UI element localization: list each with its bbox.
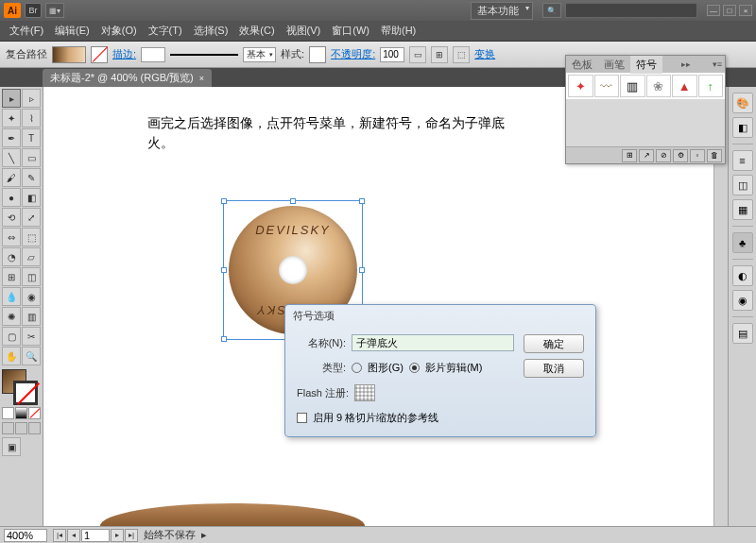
menu-object[interactable]: 对象(O) [95,24,143,38]
handle-tm[interactable] [290,198,296,204]
width-tool[interactable]: ⇔ [2,228,21,246]
draw-behind-btn[interactable] [15,422,27,434]
layout-button[interactable]: ▦▾ [45,3,64,18]
eraser-tool[interactable]: ◧ [22,188,41,207]
menu-window[interactable]: 窗口(W) [326,24,375,38]
workspace-dropdown[interactable]: 基本功能 [471,2,533,20]
symbol-item[interactable]: 〰 [594,75,620,97]
zoom-input[interactable] [4,529,47,542]
symbol-item[interactable]: ✦ [568,75,593,97]
tab-swatches[interactable]: 色板 [566,56,598,74]
transform-icon[interactable]: ⬚ [453,46,470,63]
symbols-empty-area[interactable] [566,99,725,146]
pencil-tool[interactable]: ✎ [22,168,41,187]
menu-select[interactable]: 选择(S) [188,24,234,38]
dock-color-guide-icon[interactable]: ◧ [732,117,753,138]
slice-checkbox[interactable] [297,413,307,423]
line-tool[interactable]: ╲ [2,148,21,167]
break-link-btn[interactable]: ⊘ [656,149,671,162]
draw-inside-btn[interactable] [28,422,41,434]
symbol-item[interactable]: ❀ [646,75,672,97]
fill-swatch[interactable] [52,46,86,63]
close-tab-icon[interactable]: × [199,74,204,83]
scale-tool[interactable]: ⤢ [22,208,41,227]
handle-tl[interactable] [221,198,227,204]
panel-collapse-icon[interactable]: ▸▸ [679,59,694,69]
prev-artboard-btn[interactable]: ◂ [67,529,80,542]
symbol-item[interactable]: ▥ [620,75,645,97]
symbol-sprayer-tool[interactable]: ✺ [2,307,21,326]
menu-file[interactable]: 文件(F) [4,24,49,38]
style-swatch[interactable] [309,46,326,63]
menu-edit[interactable]: 编辑(E) [49,24,95,38]
search-icon[interactable]: 🔍 [542,3,561,18]
selection-tool[interactable]: ▸ [2,89,21,108]
stroke-color[interactable] [13,381,38,405]
gradient-tool[interactable]: ◫ [22,267,41,286]
symbol-options-btn[interactable]: ⚙ [673,149,688,162]
menu-help[interactable]: 帮助(H) [375,24,421,38]
ok-button[interactable]: 确定 [524,334,584,353]
radio-graphic[interactable] [352,363,362,373]
dock-transparency-icon[interactable]: ▦ [732,199,753,220]
eyedropper-tool[interactable]: 💧 [2,287,21,306]
cancel-button[interactable]: 取消 [524,359,584,378]
menu-view[interactable]: 视图(V) [281,24,327,38]
new-symbol-btn[interactable]: ▫ [690,149,705,162]
stroke-swatch[interactable] [91,46,108,63]
panel-menu-icon[interactable]: ▾≡ [710,59,725,69]
first-artboard-btn[interactable]: |◂ [53,529,66,542]
direct-selection-tool[interactable]: ▹ [22,89,41,108]
document-tab[interactable]: 未标题-2* @ 400% (RGB/预览) × [43,69,212,87]
artboard-number-input[interactable] [81,529,110,542]
tab-symbols[interactable]: 符号 [630,56,662,74]
shape-builder-tool[interactable]: ◔ [2,247,21,266]
menu-effect[interactable]: 效果(C) [233,24,280,38]
tab-brushes[interactable]: 画笔 [598,56,630,74]
last-artboard-btn[interactable]: ▸| [125,529,138,542]
none-mode-btn[interactable] [28,407,41,419]
symbol-library-btn[interactable]: ⊞ [622,149,637,162]
transform-link[interactable]: 变换 [474,47,495,61]
free-transform-tool[interactable]: ⬚ [22,228,41,246]
radio-movie[interactable] [409,363,420,373]
dock-symbols-icon[interactable]: ♣ [732,232,753,253]
handle-mr[interactable] [359,267,365,273]
dock-graphic-styles-icon[interactable]: ◉ [732,290,753,311]
handle-tr[interactable] [359,198,365,204]
next-artboard-btn[interactable]: ▸ [111,529,124,542]
opacity-link[interactable]: 不透明度: [331,47,375,61]
fill-stroke-control[interactable] [2,369,40,405]
graph-tool[interactable]: ▥ [22,307,41,326]
gradient-mode-btn[interactable] [15,407,27,419]
screen-mode-btn[interactable]: ▣ [2,437,21,456]
magic-wand-tool[interactable]: ✦ [2,109,21,127]
search-input[interactable] [565,3,697,18]
registration-grid[interactable] [354,384,375,401]
blob-brush-tool[interactable]: ● [2,188,21,207]
minimize-button[interactable]: — [707,5,720,16]
draw-normal-btn[interactable] [2,422,14,434]
symbol-item[interactable]: ↑ [698,75,724,97]
app-logo-bridge[interactable]: Br [25,3,42,18]
symbol-item[interactable]: ▲ [672,75,697,97]
perspective-tool[interactable]: ▱ [22,247,41,266]
type-tool[interactable]: T [22,128,41,147]
artboard-tool[interactable]: ▢ [2,327,21,346]
zoom-tool[interactable]: 🔍 [22,347,41,365]
stroke-width-input[interactable] [141,47,165,62]
dock-color-icon[interactable]: 🎨 [732,93,753,113]
paintbrush-tool[interactable]: 🖌 [2,168,21,187]
rotate-tool[interactable]: ⟲ [2,208,21,227]
align-icon[interactable]: ⊞ [431,46,448,63]
dock-appearance-icon[interactable]: ◐ [732,265,753,286]
opacity-input[interactable] [380,47,404,62]
blend-tool[interactable]: ◉ [22,287,41,306]
hand-tool[interactable]: ✋ [2,347,21,365]
stroke-link[interactable]: 描边: [112,47,136,61]
handle-ml[interactable] [221,267,227,273]
lasso-tool[interactable]: ⌇ [22,109,41,127]
dock-gradient-icon[interactable]: ◫ [732,175,753,195]
dock-stroke-icon[interactable]: ≡ [732,150,753,171]
doc-setup-icon[interactable]: ▭ [409,46,426,63]
